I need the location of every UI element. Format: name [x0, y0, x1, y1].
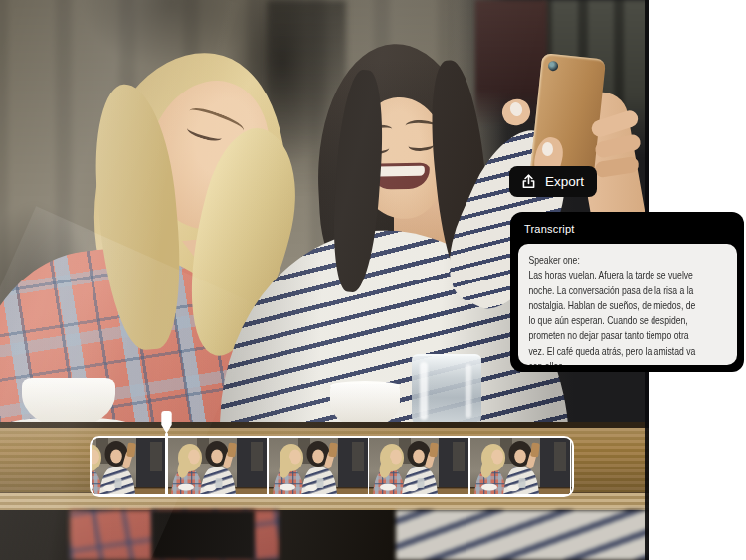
transcript-line: con ellas [529, 359, 720, 365]
transcript-text: Speaker one: Las horas vuelan. Afuera la… [518, 244, 720, 365]
filmstrip-frame[interactable] [571, 438, 574, 494]
timeline-playhead-line[interactable] [165, 433, 168, 496]
transcript-title: Transcript [510, 212, 744, 235]
timeline-playhead[interactable] [159, 410, 174, 435]
export-button[interactable]: Export [509, 166, 597, 197]
transcript-line: prometen no dejar pasar tanto tiempo otr… [529, 328, 720, 343]
transcript-line: Las horas vuelan. Afuera la tarde se vue… [529, 268, 720, 282]
timeline-filmstrip[interactable] [90, 436, 574, 497]
transcript-line: noche. La conversación pasa de la risa a… [529, 283, 720, 298]
transcript-line: lo que aún esperan. Cuando se despiden, [529, 313, 720, 328]
transcript-line: nostalgia. Hablan de sueños, de miedos, … [529, 298, 720, 313]
filmstrip-frame[interactable] [269, 438, 368, 494]
export-button-label: Export [545, 174, 584, 189]
transcript-panel: Transcript Speaker one: Las horas vuelan… [510, 212, 744, 372]
filmstrip-frame[interactable] [369, 438, 468, 494]
transcript-card[interactable]: Speaker one: Las horas vuelan. Afuera la… [518, 244, 737, 365]
filmstrip-frame[interactable] [90, 438, 166, 494]
filmstrip-frame[interactable] [470, 438, 570, 494]
filmstrip-frames [90, 438, 572, 494]
app-canvas: Export Transcript Speaker one: Las horas… [0, 0, 746, 560]
upload-export-icon [520, 173, 537, 190]
transcript-line: Speaker one: [529, 253, 720, 268]
transcript-line: vez. El café queda atrás, pero la amista… [529, 344, 720, 359]
filmstrip-frame[interactable] [167, 438, 267, 494]
